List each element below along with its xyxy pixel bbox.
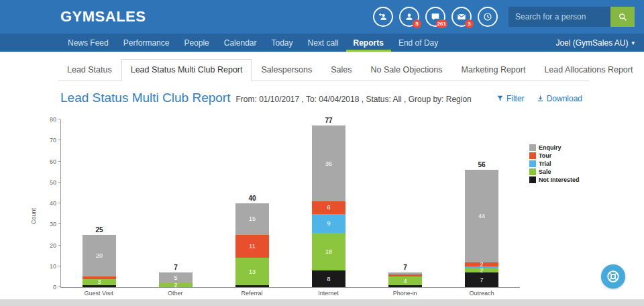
y-axis-label: Count bbox=[30, 208, 37, 224]
bar-total-label: 40 bbox=[235, 195, 269, 202]
bar-segment: 8 bbox=[312, 270, 345, 287]
tab-salespersons[interactable]: Salespersons bbox=[252, 59, 321, 81]
stacked-bar-chart: Count 0102030405060708032025257131115408… bbox=[60, 120, 644, 305]
y-tick-label: 20 bbox=[50, 242, 56, 249]
legend-item: Trial bbox=[529, 160, 580, 167]
search-button[interactable] bbox=[610, 7, 635, 27]
y-tick-label: 60 bbox=[50, 158, 56, 165]
add-person-icon[interactable] bbox=[373, 7, 393, 27]
category-label: Internet bbox=[290, 290, 367, 297]
bar-segment: 4 bbox=[388, 276, 422, 285]
bar-total-label: 56 bbox=[465, 161, 498, 168]
y-tick-mark bbox=[58, 223, 61, 224]
legend-label: Enquiry bbox=[539, 144, 561, 151]
legend-item: Not Interested bbox=[529, 176, 580, 183]
bar-slot: 32025 bbox=[61, 120, 138, 287]
bar-segment: 36 bbox=[312, 125, 345, 201]
nav-item-calendar[interactable]: Calendar bbox=[217, 34, 264, 52]
filter-button[interactable]: Filter bbox=[496, 94, 525, 103]
y-tick-mark bbox=[58, 182, 61, 183]
y-tick-label: 70 bbox=[50, 137, 56, 144]
nav-item-reports[interactable]: Reports bbox=[346, 34, 391, 52]
bar-segment: 7 bbox=[465, 272, 498, 287]
people-icon[interactable]: 5 bbox=[399, 7, 419, 27]
nav-item-today[interactable]: Today bbox=[264, 34, 300, 52]
download-icon bbox=[537, 95, 544, 102]
bar-slot: 257 bbox=[138, 120, 214, 287]
tab-marketing-report[interactable]: Marketing Report bbox=[452, 59, 535, 81]
y-tick-label: 30 bbox=[50, 221, 56, 227]
life-ring-icon bbox=[606, 269, 621, 284]
stacked-bar-outreach: 7224456 bbox=[465, 170, 498, 287]
user-menu[interactable]: Joel (GymSales AU) ▾ bbox=[555, 34, 635, 52]
bar-segment: 20 bbox=[83, 235, 116, 277]
bar-segment: 3 bbox=[83, 279, 116, 285]
report-subtitle: From: 01/10/2017 , To: 04/04/2018 , Stat… bbox=[235, 95, 471, 104]
bar-total-label: 7 bbox=[388, 264, 422, 271]
y-tick-label: 10 bbox=[50, 263, 56, 270]
y-tick-label: 50 bbox=[50, 179, 56, 186]
bar-segment: 15 bbox=[235, 203, 269, 235]
plot-area: 0102030405060708032025257131115408189636… bbox=[60, 120, 520, 288]
bar-slot: 818963677 bbox=[290, 120, 367, 287]
legend-swatch bbox=[529, 160, 536, 167]
caret-down-icon: ▾ bbox=[631, 40, 635, 46]
legend-label: Not Interested bbox=[539, 176, 580, 183]
report-actions: Filter Download bbox=[496, 94, 582, 103]
y-tick-mark bbox=[58, 140, 61, 140]
report-tabs: Lead StatusLead Status Multi Club Report… bbox=[58, 58, 589, 81]
bar-segment bbox=[388, 285, 422, 287]
y-tick-mark bbox=[58, 203, 61, 203]
tab-lead-status-multi-club-report[interactable]: Lead Status Multi Club Report bbox=[121, 59, 252, 81]
category-label: Referral bbox=[213, 290, 290, 297]
search-input[interactable] bbox=[508, 7, 610, 27]
tab-lead-status[interactable]: Lead Status bbox=[58, 59, 121, 81]
nav-item-end-of-day[interactable]: End of Day bbox=[391, 34, 445, 52]
download-button[interactable]: Download bbox=[537, 94, 582, 103]
y-tick-mark bbox=[58, 119, 61, 119]
category-label: Other bbox=[137, 290, 213, 297]
bar-total-label: 25 bbox=[83, 226, 116, 234]
nav-item-people[interactable]: People bbox=[176, 34, 216, 52]
category-label: Phone-in bbox=[367, 290, 443, 297]
chat-icon[interactable]: 261 bbox=[425, 7, 445, 27]
tab-lead-allocations-report[interactable]: Lead Allocations Report bbox=[535, 59, 642, 81]
x-axis-categories: Guest VisitOtherReferralInternetPhone-in… bbox=[60, 290, 520, 297]
bar-total-label: 7 bbox=[159, 264, 193, 271]
category-label: Guest Visit bbox=[60, 290, 137, 297]
page-title: Lead Status Multi Club Report bbox=[60, 91, 230, 105]
legend-label: Sale bbox=[539, 168, 551, 175]
filter-icon bbox=[496, 95, 504, 102]
nav-item-next-call[interactable]: Next call bbox=[301, 34, 346, 52]
bar-slot: 7224456 bbox=[443, 120, 520, 287]
report-header: Lead Status Multi Club Report From: 01/1… bbox=[60, 91, 582, 105]
bar-segment bbox=[235, 285, 269, 287]
legend-swatch bbox=[529, 176, 536, 183]
mail-icon[interactable]: 3 bbox=[451, 7, 472, 27]
bar-slot: 47 bbox=[367, 120, 443, 287]
header-icon-cluster: 5 261 3 bbox=[373, 7, 498, 27]
tab-no-sale-objections[interactable]: No Sale Objections bbox=[362, 59, 452, 81]
y-tick-label: 80 bbox=[50, 116, 56, 123]
bar-segment: 18 bbox=[312, 233, 345, 270]
legend-label: Tour bbox=[539, 152, 551, 159]
help-button[interactable] bbox=[601, 264, 625, 289]
search-bar bbox=[508, 7, 635, 27]
main-nav: News FeedPerformancePeopleCalendarTodayN… bbox=[0, 34, 644, 52]
chart-legend: EnquiryTourTrialSaleNot Interested bbox=[529, 144, 580, 305]
legend-swatch bbox=[529, 168, 536, 175]
nav-item-news-feed[interactable]: News Feed bbox=[60, 34, 116, 52]
y-tick-label: 40 bbox=[50, 200, 56, 207]
nav-item-performance[interactable]: Performance bbox=[116, 34, 177, 52]
legend-item: Tour bbox=[529, 152, 580, 159]
bar-slot: 13111540 bbox=[214, 120, 290, 287]
tab-sales[interactable]: Sales bbox=[321, 59, 361, 81]
category-label: Outreach bbox=[443, 290, 520, 297]
bar-segment: 13 bbox=[235, 258, 269, 285]
stacked-bar-phone-in: 47 bbox=[388, 272, 422, 287]
clock-icon[interactable] bbox=[478, 7, 498, 27]
y-tick-mark bbox=[58, 161, 61, 162]
stacked-bar-internet: 818963677 bbox=[312, 125, 345, 287]
gymsales-logo[interactable]: GYMSALES bbox=[60, 8, 146, 26]
stacked-bar-guest-visit: 32025 bbox=[83, 235, 116, 287]
